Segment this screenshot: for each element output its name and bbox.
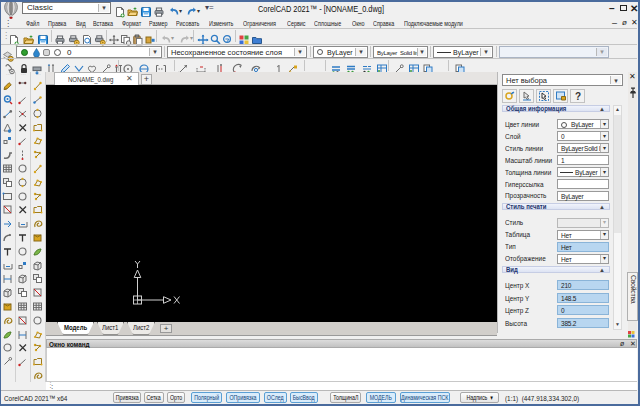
- svg-text:?: ?: [574, 91, 580, 102]
